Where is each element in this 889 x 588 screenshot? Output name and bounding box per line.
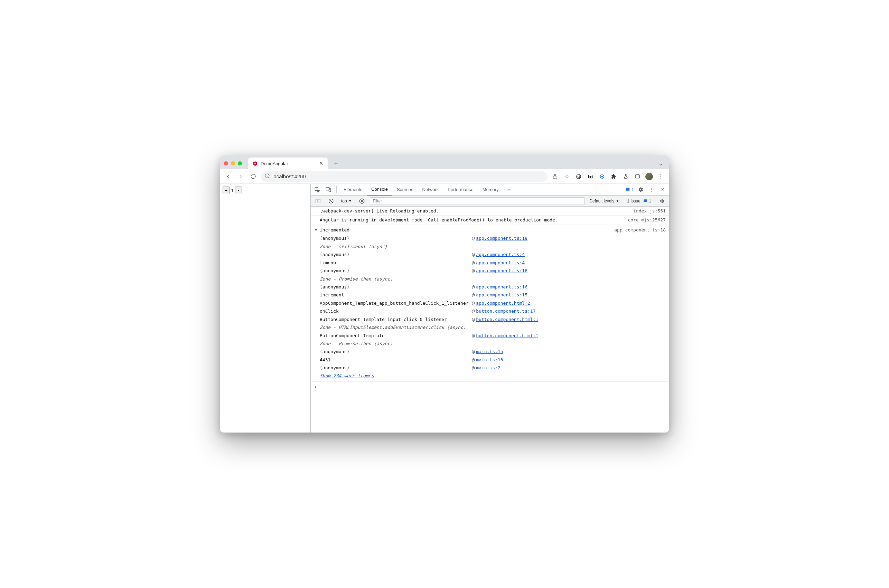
back-button[interactable] xyxy=(223,172,233,182)
labs-flask-icon[interactable] xyxy=(621,172,631,182)
window-controls xyxy=(224,161,242,165)
stack-frame-fn: ButtonComponent_Template_input_click_0_l… xyxy=(320,315,470,323)
site-info-icon[interactable] xyxy=(265,173,270,179)
minimize-window-button[interactable] xyxy=(231,161,235,165)
stack-frame-fn: onClick xyxy=(320,307,470,315)
inspect-element-icon[interactable] xyxy=(312,184,323,195)
bookmark-star-icon[interactable]: ☆ xyxy=(562,172,572,182)
clear-console-icon[interactable] xyxy=(326,196,336,206)
log-source-link[interactable]: index.js:551 xyxy=(629,207,666,214)
more-tabs-icon[interactable]: » xyxy=(504,184,514,195)
console-sidebar-toggle-icon[interactable] xyxy=(313,196,323,206)
stack-frame-fn: (anonymous) xyxy=(320,250,470,258)
device-toolbar-icon[interactable] xyxy=(323,184,333,195)
zone-divider: Zone - Promise.then (async) xyxy=(320,340,540,348)
toolbar-actions: ☆ ⋮ xyxy=(550,172,666,182)
show-more-frames[interactable]: Show 234 more frames xyxy=(320,372,666,380)
messages-button[interactable]: 1 xyxy=(624,184,635,195)
stack-frame-fn: increment xyxy=(320,291,470,299)
svg-rect-18 xyxy=(316,199,320,203)
profile-avatar[interactable] xyxy=(644,172,654,182)
decrement-button[interactable]: - xyxy=(235,186,242,194)
extension-icon-2[interactable] xyxy=(586,172,595,182)
live-expression-icon[interactable] xyxy=(357,196,367,206)
log-message: [webpack-dev-server] Live Reloading enab… xyxy=(320,207,629,214)
stack-frame-link[interactable]: app.component.ts:16 xyxy=(476,268,527,273)
stack-frame-link[interactable]: app.component.ts:18 xyxy=(476,236,527,241)
devtools-settings-icon[interactable] xyxy=(635,184,646,195)
devtools-tab-elements[interactable]: Elements xyxy=(339,184,366,195)
stack-frame-link[interactable]: button.component.html:1 xyxy=(476,317,538,322)
trace-title: incremented xyxy=(320,226,614,234)
stack-frame-link[interactable]: app.component.ts:16 xyxy=(476,284,527,290)
stack-frame-fn: 4431 xyxy=(320,356,470,364)
close-window-button[interactable] xyxy=(224,161,228,165)
stack-frame-link[interactable]: main.js:2 xyxy=(476,365,500,370)
svg-point-12 xyxy=(601,176,603,177)
tab-title: DemoAngular xyxy=(261,161,288,166)
devtools-tabbar: ElementsConsoleSourcesNetworkPerformance… xyxy=(311,184,669,195)
devtools-tab-performance[interactable]: Performance xyxy=(443,184,478,195)
context-selector[interactable]: top ▼ xyxy=(339,199,354,204)
devtools-close-icon[interactable]: ✕ xyxy=(658,184,668,195)
trace-source-link[interactable]: app.component.ts:18 xyxy=(614,226,666,234)
tabs-overflow-icon[interactable]: ⌄ xyxy=(655,160,667,167)
devtools-tab-sources[interactable]: Sources xyxy=(393,184,417,195)
extensions-puzzle-icon[interactable] xyxy=(609,172,619,182)
zone-divider: Zone - Promise.then (async) xyxy=(320,275,540,283)
zone-divider: Zone - setTimeout (async) xyxy=(320,243,540,250)
devtools-tab-console[interactable]: Console xyxy=(367,184,392,195)
log-message: Angular is running in development mode. … xyxy=(320,216,623,224)
stack-frame-link[interactable]: main.ts:15 xyxy=(476,349,503,354)
log-source-link[interactable]: core.mjs:25627 xyxy=(623,216,666,224)
svg-point-10 xyxy=(590,176,592,178)
stack-frame-link[interactable]: app.component.ts:4 xyxy=(476,260,525,266)
address-bar-row: localhost:4200 ☆ ⋮ xyxy=(220,169,669,184)
svg-point-6 xyxy=(577,174,581,178)
extension-icon-1[interactable] xyxy=(574,172,583,182)
reload-button[interactable] xyxy=(248,172,258,182)
browser-tab[interactable]: DemoAngular ✕ xyxy=(248,158,328,169)
stack-frame-link[interactable]: app.component.ts:4 xyxy=(476,252,525,257)
address-bar[interactable]: localhost:4200 xyxy=(261,171,548,182)
browser-window: DemoAngular ✕ + ⌄ localhost:4200 ☆ xyxy=(220,156,669,432)
forward-button[interactable] xyxy=(236,172,245,182)
increment-button[interactable]: + xyxy=(222,186,230,194)
stack-frame-link[interactable]: button.component.html:1 xyxy=(476,333,538,338)
angular-favicon xyxy=(252,160,258,166)
stack-frame-fn: (anonymous) xyxy=(320,364,470,372)
svg-line-20 xyxy=(330,200,332,202)
extension-icon-3[interactable] xyxy=(597,172,607,182)
console-filter-input[interactable] xyxy=(370,197,585,205)
stack-frame-fn: (anonymous) xyxy=(320,348,470,356)
svg-point-8 xyxy=(579,176,580,176)
stack-frame-fn: (anonymous) xyxy=(320,267,470,274)
stack-trace: ▼ incremented app.component.ts:18 (anony… xyxy=(311,225,669,382)
console-prompt[interactable]: › xyxy=(311,382,669,392)
maximize-window-button[interactable] xyxy=(238,161,242,165)
chrome-menu-icon[interactable]: ⋮ xyxy=(656,172,666,182)
svg-rect-13 xyxy=(635,175,639,178)
console-log-row: Angular is running in development mode. … xyxy=(311,216,669,225)
close-tab-icon[interactable]: ✕ xyxy=(319,160,323,166)
devtools-menu-icon[interactable]: ⋮ xyxy=(646,184,657,195)
stack-frame-link[interactable]: main.ts:13 xyxy=(476,357,503,362)
devtools-tab-memory[interactable]: Memory xyxy=(478,184,503,195)
devtools-tab-network[interactable]: Network xyxy=(418,184,443,195)
disclosure-triangle-icon[interactable]: ▼ xyxy=(315,227,320,233)
console-settings-icon[interactable] xyxy=(657,196,667,206)
console-log-row: [webpack-dev-server] Live Reloading enab… xyxy=(311,207,669,216)
stack-frame-link[interactable]: app.component.html:2 xyxy=(476,301,530,306)
console-output: [webpack-dev-server] Live Reloading enab… xyxy=(311,207,669,432)
stack-frame-fn: AppComponent_Template_app_button_handleC… xyxy=(320,299,470,307)
new-tab-button[interactable]: + xyxy=(331,159,341,168)
url-port: :4200 xyxy=(293,173,306,179)
share-icon[interactable] xyxy=(550,172,560,182)
log-levels-selector[interactable]: Default levels ▼ xyxy=(587,199,621,204)
stack-frame-fn: (anonymous) xyxy=(320,283,470,291)
sidepanel-icon[interactable] xyxy=(632,172,642,182)
stack-frame-link[interactable]: app.component.ts:15 xyxy=(476,292,527,297)
stack-frame-link[interactable]: button.component.ts:17 xyxy=(476,309,535,314)
titlebar: DemoAngular ✕ + ⌄ xyxy=(220,156,669,169)
issues-button[interactable]: 1 Issue: 1 xyxy=(624,195,654,206)
